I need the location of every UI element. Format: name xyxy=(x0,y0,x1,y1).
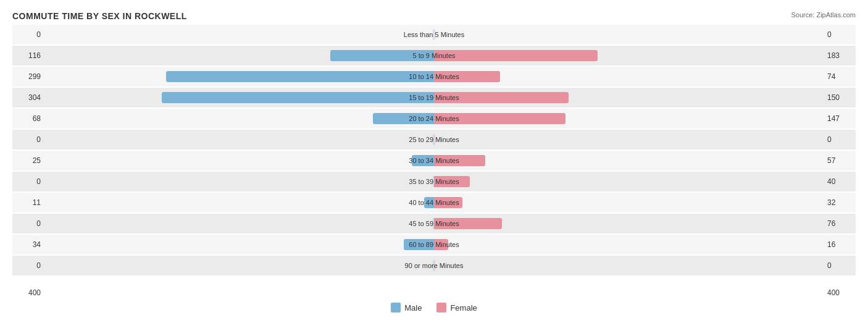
chart-row: 2530 to 34 Minutes57 xyxy=(12,151,856,170)
male-legend-label: Male xyxy=(404,303,422,313)
male-bar-container xyxy=(43,70,434,83)
male-bar-container xyxy=(43,259,434,272)
chart-title: COMMUTE TIME BY SEX IN ROCKWELL xyxy=(12,11,856,21)
male-value: 116 xyxy=(12,51,43,60)
male-bar-container xyxy=(43,28,434,41)
row-label: 15 to 19 Minutes xyxy=(409,94,459,101)
bars-wrapper: 25 to 29 Minutes xyxy=(43,130,825,149)
chart-row: 30415 to 19 Minutes150 xyxy=(12,88,856,107)
male-bar xyxy=(166,71,434,82)
bars-wrapper: 30 to 34 Minutes xyxy=(43,151,825,170)
female-bar-container xyxy=(434,133,825,146)
row-label: Less than 5 Minutes xyxy=(404,31,464,38)
female-value: 150 xyxy=(825,93,856,102)
male-bar-container xyxy=(43,133,434,146)
female-bar-container xyxy=(434,259,825,272)
male-value: 0 xyxy=(12,135,43,144)
legend-female: Female xyxy=(436,303,477,313)
chart-row: 035 to 39 Minutes40 xyxy=(12,172,856,191)
female-bar-container xyxy=(434,196,825,209)
chart-row: 1165 to 9 Minutes183 xyxy=(12,46,856,65)
chart-row: 025 to 29 Minutes0 xyxy=(12,130,856,149)
legend: Male Female xyxy=(12,303,856,313)
female-value: 57 xyxy=(825,156,856,165)
chart-row: 29910 to 14 Minutes74 xyxy=(12,67,856,86)
female-bar-container xyxy=(434,91,825,104)
female-bar-container xyxy=(434,175,825,188)
female-bar-container xyxy=(434,70,825,83)
chart-row: 6820 to 24 Minutes147 xyxy=(12,109,856,128)
row-label: 90 or more Minutes xyxy=(405,262,464,269)
female-value: 32 xyxy=(825,198,856,207)
bars-wrapper: 5 to 9 Minutes xyxy=(43,46,825,65)
female-value: 0 xyxy=(825,30,856,39)
female-legend-label: Female xyxy=(450,303,477,313)
row-label: 45 to 59 Minutes xyxy=(409,220,459,227)
source-text: Source: ZipAtlas.com xyxy=(791,11,856,19)
female-value: 76 xyxy=(825,219,856,228)
female-value: 74 xyxy=(825,72,856,81)
male-value: 0 xyxy=(12,177,43,186)
bars-wrapper: 10 to 14 Minutes xyxy=(43,67,825,86)
female-bar xyxy=(434,50,598,61)
row-label: 40 to 44 Minutes xyxy=(409,199,459,206)
female-bar-container xyxy=(434,217,825,230)
male-value: 68 xyxy=(12,114,43,123)
male-bar-container xyxy=(43,217,434,230)
chart-row: 1140 to 44 Minutes32 xyxy=(12,193,856,212)
male-bar-container xyxy=(43,49,434,62)
female-bar-container xyxy=(434,238,825,251)
male-value: 0 xyxy=(12,30,43,39)
female-value: 0 xyxy=(825,135,856,144)
row-label: 5 to 9 Minutes xyxy=(412,52,455,59)
axis-right-label: 400 xyxy=(825,288,856,297)
row-label: 35 to 39 Minutes xyxy=(409,178,459,185)
female-bar-container xyxy=(434,28,825,41)
male-value: 34 xyxy=(12,240,43,249)
chart-row: 045 to 59 Minutes76 xyxy=(12,214,856,233)
female-value: 16 xyxy=(825,240,856,249)
row-label: 30 to 34 Minutes xyxy=(409,157,459,164)
female-value: 183 xyxy=(825,51,856,60)
male-bar xyxy=(162,92,434,103)
row-label: 25 to 29 Minutes xyxy=(409,136,459,143)
male-value: 299 xyxy=(12,72,43,81)
bars-wrapper: 35 to 39 Minutes xyxy=(43,172,825,191)
male-value: 25 xyxy=(12,156,43,165)
female-bar-container xyxy=(434,49,825,62)
female-value: 40 xyxy=(825,177,856,186)
bars-wrapper: 20 to 24 Minutes xyxy=(43,109,825,128)
bars-wrapper: Less than 5 Minutes xyxy=(43,25,825,44)
male-legend-box xyxy=(391,303,401,313)
chart-row: 090 or more Minutes0 xyxy=(12,256,856,275)
female-bar-container xyxy=(434,112,825,125)
bars-wrapper: 45 to 59 Minutes xyxy=(43,214,825,233)
chart-area: 0Less than 5 Minutes01165 to 9 Minutes18… xyxy=(12,25,856,284)
male-value: 0 xyxy=(12,261,43,270)
axis-row: 400 400 xyxy=(12,287,856,299)
axis-left-label: 400 xyxy=(12,288,43,297)
male-value: 304 xyxy=(12,93,43,102)
row-label: 20 to 24 Minutes xyxy=(409,115,459,122)
female-value: 0 xyxy=(825,261,856,270)
bars-wrapper: 90 or more Minutes xyxy=(43,256,825,275)
male-value: 11 xyxy=(12,198,43,207)
row-label: 60 to 89 Minutes xyxy=(409,241,459,248)
male-bar-container xyxy=(43,154,434,167)
bars-wrapper: 15 to 19 Minutes xyxy=(43,88,825,107)
female-legend-box xyxy=(436,303,446,313)
row-label: 10 to 14 Minutes xyxy=(409,73,459,80)
bars-wrapper: 40 to 44 Minutes xyxy=(43,193,825,212)
female-value: 147 xyxy=(825,114,856,123)
chart-row: 3460 to 89 Minutes16 xyxy=(12,235,856,254)
bars-wrapper: 60 to 89 Minutes xyxy=(43,235,825,254)
male-value: 0 xyxy=(12,219,43,228)
chart-row: 0Less than 5 Minutes0 xyxy=(12,25,856,44)
male-bar-container xyxy=(43,112,434,125)
chart-container: COMMUTE TIME BY SEX IN ROCKWELL Source: … xyxy=(0,0,868,323)
male-bar-container xyxy=(43,238,434,251)
legend-male: Male xyxy=(391,303,422,313)
male-bar-container xyxy=(43,175,434,188)
male-bar-container xyxy=(43,196,434,209)
female-bar-container xyxy=(434,154,825,167)
